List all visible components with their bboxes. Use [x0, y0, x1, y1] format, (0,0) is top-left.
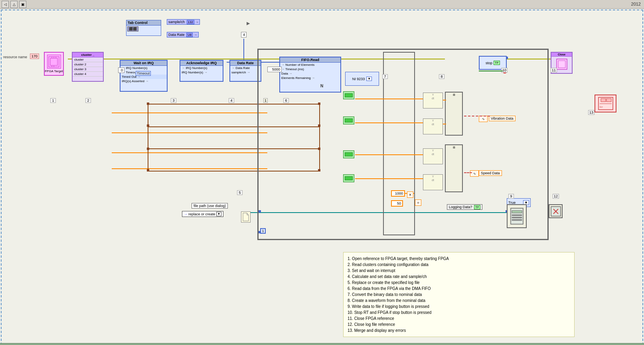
- multiply-icon: ×: [407, 191, 413, 198]
- toolbar-btn-3[interactable]: ▣: [19, 1, 26, 8]
- tab-control[interactable]: Tab Control ⬛⬛: [126, 20, 161, 36]
- replace-create-dropdown[interactable]: ▼: [216, 212, 222, 216]
- toolbar-btn-1[interactable]: ◁: [2, 1, 9, 8]
- svg-rect-16: [512, 215, 522, 216]
- section-num-12: 12: [553, 194, 559, 199]
- logging-data-block: Logging Data? TF: [447, 204, 482, 210]
- tab-control-title: Tab Control: [126, 20, 161, 26]
- file-icon: [241, 211, 251, 223]
- led-2: [345, 118, 353, 122]
- tab-control-tab[interactable]: ⬛⬛: [127, 26, 138, 32]
- note-9: 9. Write data to file if logging button …: [348, 304, 570, 310]
- note-10: 10. Stop RT and FPGA if stop button is p…: [348, 310, 570, 315]
- replace-create-label: replace or create: [188, 212, 215, 216]
- svg-rect-17: [512, 217, 522, 218]
- conn-sq-3: [147, 148, 149, 150]
- year-label: 2012: [631, 2, 641, 6]
- note-13: 13. Merge and display any errors: [348, 327, 570, 333]
- file-path-block[interactable]: file path (use dialog): [192, 203, 228, 209]
- fpga-target-block[interactable]: FPGA Target: [44, 52, 64, 76]
- svg-rect-11: [606, 99, 611, 102]
- cluster-item-3: cluster 3: [73, 67, 103, 72]
- sample-ch-top-box[interactable]: sample/ch 132 →: [167, 19, 200, 25]
- divide-icon: ÷: [415, 199, 421, 206]
- ch-indicator-4: [343, 174, 354, 182]
- wait-irq-port-1: → IRQ Number(s): [121, 66, 167, 70]
- replace-create-block[interactable]: → replace or create ▼: [182, 211, 223, 217]
- speed-data-label: Speed Data: [479, 170, 502, 176]
- wire-orange-4: [112, 168, 267, 169]
- led-3: [345, 152, 353, 156]
- svg-rect-15: [512, 211, 522, 213]
- vibration-data-label: Vibration Data: [489, 116, 516, 121]
- waveform-3[interactable]: Y dt: [423, 148, 443, 164]
- section-num-10: 10: [501, 68, 508, 73]
- cluster-item-4: cluster 4: [73, 72, 103, 77]
- array-builder-1[interactable]: ⊞: [445, 92, 463, 136]
- timeout-label: Timeout: [136, 71, 151, 76]
- note-3: 3. Set and wait on interrupt: [348, 268, 570, 274]
- section-num-9: 9: [508, 194, 514, 199]
- waveform-1[interactable]: Y dt: [423, 93, 443, 108]
- ack-irq-block[interactable]: Acknowledge IRQ → IRQ Number(s) IRQ Numb…: [180, 60, 223, 82]
- toolbar: ◁ △ ▣ 2012: [0, 0, 644, 9]
- wire-red-dashed-1: [464, 116, 490, 116]
- waveform-4[interactable]: Y dt: [423, 174, 443, 190]
- wait-irq-title: Wait on IRQ: [121, 61, 167, 66]
- wire-orange-1: [112, 112, 267, 113]
- wire-orange-wb2: [443, 124, 446, 124]
- wire-orange-wb1: [443, 100, 446, 101]
- ack-irq-title: Acknowledge IRQ: [180, 61, 223, 66]
- resource-name-label: resource name: [3, 55, 27, 59]
- conn-sq-4: [147, 169, 149, 172]
- note-1: 1. Open reference to FPGA target, thereb…: [348, 256, 570, 262]
- cluster-block[interactable]: cluster _ cluster cluster 2 cluster 3 cl…: [72, 52, 104, 82]
- wire-brown-v1: [148, 104, 148, 172]
- svg-rect-10: [601, 99, 606, 102]
- converter-block[interactable]: [383, 52, 415, 235]
- sample-ch-value: 132: [187, 20, 194, 24]
- section-num-13: 13: [588, 110, 595, 115]
- diagram-area: resource name 170 FPGA Target cluster _ …: [0, 9, 644, 345]
- note-4: 4. Calculate and set data rate and sampl…: [348, 274, 570, 280]
- bottom-status-bar: [0, 343, 644, 345]
- wire-orange-2: [112, 132, 267, 133]
- section-num-8: 8: [439, 74, 444, 79]
- num-4-box: 4: [241, 32, 247, 37]
- section-num-2: 2: [85, 98, 91, 103]
- section-num-11: 11: [551, 68, 557, 73]
- section-num-7: 7: [382, 74, 388, 79]
- fpga-target-label: FPGA Target: [45, 69, 63, 73]
- cluster-item-2: cluster 2: [73, 62, 103, 67]
- led-1: [345, 93, 353, 97]
- close-fpga-title: Close: [551, 53, 572, 57]
- data-rate-loop-block[interactable]: Data Rate → Data Rate sample/ch →: [229, 60, 261, 82]
- arrow-terminal-1: ▶: [247, 21, 250, 26]
- notes-box: 1. Open reference to FPGA target, thereb…: [343, 252, 575, 337]
- data-rate-block-title: Data Rate: [230, 61, 261, 66]
- error-block[interactable]: Err: [595, 95, 616, 112]
- data-rate-top-box[interactable]: Data Rate U8 →: [167, 32, 199, 37]
- note-2: 2. Read clusters containing configuratio…: [348, 262, 570, 268]
- cluster-title: cluster _: [73, 53, 103, 57]
- array-builder-2[interactable]: ⊞: [445, 144, 463, 192]
- logging-tf: TF: [474, 205, 480, 209]
- section-num-1: 1: [50, 98, 56, 103]
- note-6: 6. Read data from the FPGA via the DMA F…: [348, 286, 570, 292]
- note-7: 7. Convert the binary data to nominal da…: [348, 292, 570, 298]
- vibration-waveform-icon: ∿: [479, 116, 488, 122]
- loop-num-box: 1: [260, 228, 266, 234]
- wire-orange-ch4: [355, 178, 423, 179]
- close-file-block[interactable]: [549, 204, 563, 218]
- section-1: 1: [263, 98, 268, 103]
- cluster-item-1: cluster: [73, 57, 103, 62]
- section-num-3: 3: [171, 98, 176, 103]
- toolbar-btn-2[interactable]: △: [10, 1, 18, 8]
- wait-irq-block[interactable]: Wait on IRQ → IRQ Number(s) → Timeout (m…: [120, 60, 168, 92]
- write-file-block[interactable]: [507, 204, 527, 228]
- stop-tf-indicator: TF: [494, 61, 500, 65]
- num-0-box: 0: [118, 67, 124, 73]
- data-rate-block-port-2: sample/ch →: [230, 70, 261, 75]
- waveform-2[interactable]: Y dt: [423, 118, 443, 134]
- ch-indicator-1: [343, 91, 354, 99]
